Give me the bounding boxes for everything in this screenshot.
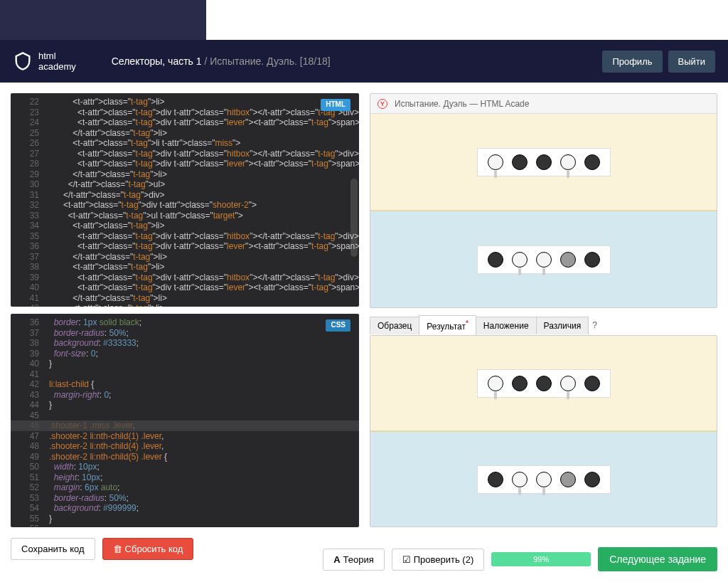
target [560,376,576,391]
preview-compare [370,335,717,527]
target [560,472,576,487]
css-editor[interactable]: CSS 363738394041424344454647484950515253… [11,314,359,527]
page-title: Испытание. Дуэль — HTML Acade [395,99,529,109]
compare-tabs: ОбразецРезультат*НаложениеРазличия? [370,315,717,335]
target [584,252,600,268]
font-icon [333,554,343,565]
trash-icon [113,544,125,554]
tab-различия[interactable]: Различия [536,317,589,334]
check-button[interactable]: Проверить (2) [392,549,485,571]
breadcrumb: Селекторы, часть 1 / Испытание. Дуэль. [… [112,55,331,67]
save-button[interactable]: Сохранить код [11,538,95,560]
check-icon [402,554,414,565]
next-button[interactable]: Следующее задание [598,547,717,571]
target-box [477,148,611,176]
logout-button[interactable]: Выйти [668,51,716,73]
target [488,376,503,391]
target [560,252,576,268]
yandex-icon: Y [378,99,387,109]
target [584,376,600,391]
tab-образец[interactable]: Образец [370,317,419,334]
target [536,154,552,170]
target [488,252,503,268]
reset-button[interactable]: Сбросить код [102,538,194,560]
html-editor[interactable]: HTML 22232425262728293031323334353637383… [11,93,359,307]
help-icon[interactable]: ? [592,320,597,330]
target [584,472,600,487]
footer-right: Теория Проверить (2) 99% Следующее задан… [323,547,717,571]
breadcrumb-task: Испытание. Дуэль. [210,55,297,67]
profile-button[interactable]: Профиль [602,51,662,73]
breadcrumb-count: [18/18] [300,55,331,67]
target-box [477,369,611,398]
target [512,154,528,170]
target [584,154,600,170]
tab-результат[interactable]: Результат* [419,315,476,335]
target-box [477,465,611,494]
target [560,154,576,170]
breadcrumb-course[interactable]: Селекторы, часть 1 [112,55,202,67]
tab-наложение[interactable]: Наложение [476,317,537,334]
html-badge: HTML [321,99,350,111]
preview-live: Y Испытание. Дуэль — HTML Acade [370,93,717,308]
target [536,376,552,391]
target [536,472,552,487]
target [512,472,528,487]
top-banner [0,0,206,40]
target [536,252,552,268]
header: html academy Селекторы, часть 1 / Испыта… [0,40,728,83]
progress-bar: 99% [491,552,591,566]
target [512,252,528,268]
target [488,154,503,170]
target [488,472,503,487]
target [512,376,528,391]
theory-button[interactable]: Теория [323,549,385,571]
shield-icon [13,51,33,71]
target-box [477,245,611,274]
css-badge: CSS [326,319,350,332]
brand-top: html [38,51,76,61]
brand-bottom: academy [38,61,76,72]
logo[interactable]: html academy [13,51,76,72]
